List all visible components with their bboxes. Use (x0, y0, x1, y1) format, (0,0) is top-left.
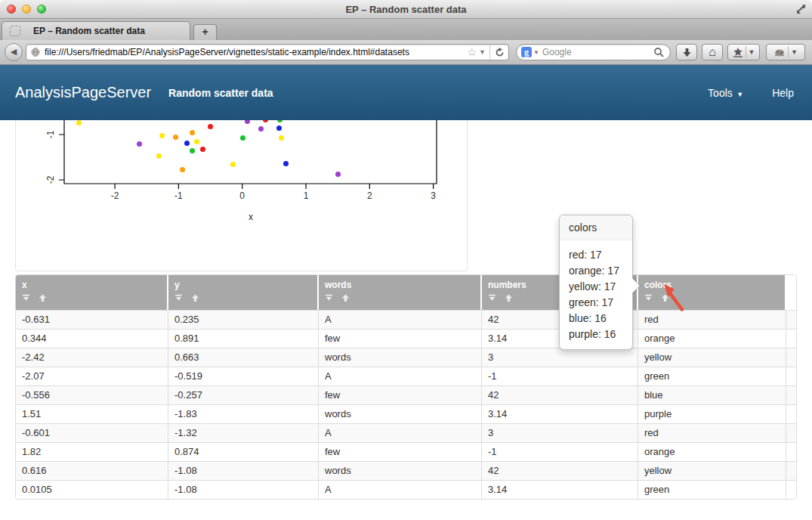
google-engine-icon[interactable]: g (521, 47, 532, 57)
table-row: -0.556-0.257few42blue (16, 385, 796, 404)
scatter-point-blue (283, 161, 289, 166)
cell-x: 0.344 (16, 330, 168, 348)
sort-icon[interactable] (39, 294, 47, 302)
table-row: 1.820.874few-1orange (16, 442, 796, 461)
x-axis-tick-label: -1 (167, 190, 190, 201)
new-tab-button[interactable]: + (193, 24, 217, 40)
filter-icon[interactable] (22, 294, 30, 302)
cell-colors: orange (638, 330, 786, 348)
table-body: -0.6310.235A42red0.3440.891few3.14orange… (16, 310, 796, 499)
column-header-label: y (174, 280, 317, 290)
close-window-button[interactable] (7, 5, 16, 14)
cell-y: 0.891 (168, 330, 319, 348)
addon-dropdown-icon[interactable]: ▼ (791, 48, 798, 56)
download-icon (682, 48, 692, 57)
popover-count-line: blue: 16 (569, 311, 623, 327)
cell-y: -0.519 (168, 367, 319, 385)
scatter-point-yellow (230, 162, 236, 167)
cell-y: -1.83 (168, 405, 319, 423)
url-bar[interactable]: file:///Users/friedmab/EP/AnalysisPageSe… (26, 44, 509, 60)
row-scroll-gutter (786, 481, 796, 499)
url-dropdown-icon[interactable]: ▼ (479, 48, 486, 56)
url-text[interactable]: file:///Users/friedmab/EP/AnalysisPageSe… (45, 47, 465, 57)
row-scroll-gutter (786, 462, 796, 480)
sort-icon[interactable] (341, 294, 350, 302)
minimize-window-button[interactable] (22, 5, 31, 14)
sort-icon[interactable] (505, 294, 513, 302)
x-axis-tick-label: 3 (422, 190, 445, 201)
sort-icon[interactable] (191, 294, 199, 302)
tools-menu[interactable]: Tools ▼ (708, 87, 743, 99)
x-axis-tick-label: 0 (231, 190, 254, 201)
cell-x: 0.616 (16, 462, 168, 480)
table-row: -2.420.663words3yellow (16, 348, 796, 367)
bookmarks-button[interactable]: ▼ (727, 44, 760, 60)
zoom-window-button[interactable] (37, 5, 46, 14)
fullscreen-resize-icon[interactable] (795, 3, 807, 15)
cell-numbers: -1 (482, 443, 638, 461)
search-placeholder[interactable]: Google (542, 47, 653, 57)
scatter-point-green (190, 148, 195, 153)
bookmark-star-icon[interactable]: ☆ (468, 47, 477, 57)
search-icon[interactable] (653, 47, 664, 57)
cell-words: few (319, 386, 482, 404)
column-header-words[interactable]: words (319, 275, 482, 310)
cell-colors: yellow (638, 462, 786, 480)
browser-window: EP – Random scatter data EP – Random sca… (0, 0, 812, 520)
cell-y: -1.08 (168, 462, 319, 480)
tab-active[interactable]: EP – Random scatter data (2, 21, 190, 40)
scatter-point-blue (184, 141, 190, 146)
scatter-point-purple (245, 120, 250, 124)
back-button[interactable]: ◀ (5, 43, 23, 61)
filter-icon[interactable] (488, 294, 496, 302)
cell-colors: blue (638, 386, 786, 404)
tab-title: EP – Random scatter data (33, 26, 145, 36)
search-bar[interactable]: g ▼ Google (516, 44, 671, 60)
header-scroll-gutter (786, 275, 796, 310)
scatter-point-yellow (279, 135, 284, 141)
downloads-button[interactable] (676, 44, 697, 60)
cell-y: -1.32 (168, 424, 319, 442)
app-brand[interactable]: AnalysisPageServer (15, 84, 151, 101)
filter-icon[interactable] (325, 294, 333, 302)
cell-numbers: 42 (482, 462, 638, 480)
row-scroll-gutter (786, 443, 796, 461)
popover-count-line: red: 17 (569, 247, 623, 263)
cell-numbers: 3.14 (482, 481, 638, 499)
help-menu[interactable]: Help (772, 87, 794, 99)
engine-dropdown-icon[interactable]: ▼ (533, 49, 539, 56)
y-axis-tick-label: -2 (45, 171, 56, 189)
navigation-toolbar: ◀ file:///Users/friedmab/EP/AnalysisPage… (0, 40, 812, 65)
bookmarks-star-icon (733, 47, 743, 57)
column-header-label: words (325, 280, 480, 290)
cell-numbers: 3.14 (482, 405, 638, 423)
addon-button[interactable]: ▼ (766, 44, 805, 60)
cell-numbers: -1 (482, 367, 638, 385)
column-header-x[interactable]: x (16, 275, 168, 310)
reload-icon (495, 48, 505, 57)
reload-button[interactable] (489, 45, 508, 60)
table-row: 1.51-1.83words3.14purple (16, 404, 796, 423)
cell-x: -0.631 (16, 311, 168, 329)
app-page-title[interactable]: Random scatter data (168, 87, 273, 99)
cell-words: A (319, 424, 482, 442)
home-button[interactable]: ⌂ (702, 44, 723, 60)
favicon-placeholder-icon (10, 26, 20, 36)
cell-y: -1.08 (168, 481, 319, 499)
page-content: -2-10123-1-2x colors red: 17orange: 17ye… (0, 120, 812, 520)
addon-bug-icon (773, 48, 786, 57)
filter-icon[interactable] (174, 294, 183, 302)
row-scroll-gutter (786, 386, 796, 404)
cell-words: A (319, 367, 482, 385)
cell-x: -0.556 (16, 386, 168, 404)
bookmarks-dropdown-icon[interactable]: ▼ (749, 48, 755, 56)
scatter-point-orange (190, 130, 195, 135)
cell-colors: yellow (638, 348, 786, 367)
scatter-point-purple (258, 126, 264, 132)
column-header-y[interactable]: y (168, 275, 319, 310)
popover-count-line: orange: 17 (569, 263, 623, 279)
red-annotation-arrow (646, 279, 691, 320)
popover-count-line: purple: 16 (569, 327, 623, 342)
table-row: 0.0105-1.08A3.14green (16, 480, 796, 499)
popover-title: colors (560, 215, 632, 240)
